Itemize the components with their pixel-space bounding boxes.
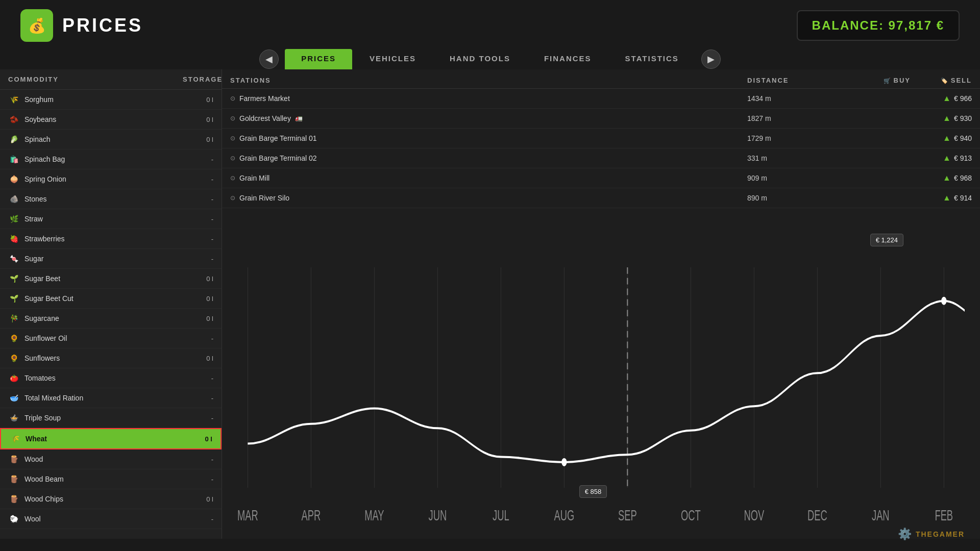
table-row[interactable]: ⊙Grain Barge Terminal 011729 m▲€ 940 <box>222 129 980 148</box>
nav-tab-finances[interactable]: FINANCES <box>528 49 608 69</box>
chart-section: MARAPRMAYJUNJULAUGSEPOCTNOVDECJANFEB € 8… <box>222 208 980 539</box>
commodity-storage: - <box>193 456 213 463</box>
nav-tabs: PRICESVEHICLESHAND TOOLSFINANCESSTATISTI… <box>285 49 695 69</box>
commodity-icon: 🍬 <box>8 253 19 264</box>
commodity-name: Wood <box>24 455 193 463</box>
nav-prev-button[interactable]: ◀ <box>259 49 279 69</box>
col-commodity: COMMODITY <box>8 76 183 83</box>
commodity-storage: - <box>193 475 213 483</box>
list-item[interactable]: 🐑Wool- <box>0 509 222 529</box>
list-item[interactable]: 🌱Sugar Beet0 l <box>0 269 222 289</box>
nav-tab-hand-tools[interactable]: HAND TOOLS <box>433 49 527 69</box>
commodity-name: Wood Beam <box>24 475 193 483</box>
list-item[interactable]: 🪵Wood- <box>0 449 222 469</box>
commodity-name: Spring Onion <box>24 175 193 183</box>
list-item[interactable]: 🥬Spinach0 l <box>0 130 222 149</box>
list-item[interactable]: 🍓Strawberries- <box>0 229 222 249</box>
list-item[interactable]: 🌱Sugar Beet Cut0 l <box>0 289 222 309</box>
stations-header: STATIONS DISTANCE 🛒BUY 🏷️SELL <box>222 69 980 89</box>
station-nav-icon: ⊙ <box>230 135 235 142</box>
svg-text:JAN: JAN <box>872 507 890 523</box>
price-chart-svg: MARAPRMAYJUNJULAUGSEPOCTNOVDECJANFEB <box>237 218 965 529</box>
station-nav-icon: ⊙ <box>230 115 235 122</box>
list-item[interactable]: 🌾Sorghum0 l <box>0 90 222 110</box>
commodity-name: Strawberries <box>24 235 193 243</box>
station-sell-price: € 940 <box>954 134 972 142</box>
commodity-storage: - <box>193 215 213 223</box>
commodity-icon: 🎋 <box>8 313 19 324</box>
station-sell-cell: ▲€ 914 <box>911 193 972 203</box>
station-distance: 909 m <box>747 174 849 182</box>
station-name: ⊙Farmers Market <box>230 94 747 103</box>
nav-next-button[interactable]: ▶ <box>701 49 721 69</box>
commodity-storage: - <box>193 176 213 183</box>
commodity-name: Wheat <box>26 435 192 443</box>
list-item[interactable]: 🛍️Spinach Bag- <box>0 149 222 169</box>
table-row[interactable]: ⊙Grain Mill909 m▲€ 968 <box>222 168 980 188</box>
commodity-name: Total Mixed Ration <box>24 394 193 402</box>
table-row[interactable]: ⊙Grain River Silo890 m▲€ 914 <box>222 188 980 208</box>
station-nav-icon: ⊙ <box>230 174 235 182</box>
table-row[interactable]: ⊙Grain Barge Terminal 02331 m▲€ 913 <box>222 148 980 168</box>
commodity-storage: - <box>193 374 213 382</box>
commodity-storage: - <box>193 335 213 342</box>
svg-text:FEB: FEB <box>935 507 953 523</box>
commodity-icon: 🪵 <box>8 454 19 465</box>
nav-tab-vehicles[interactable]: VEHICLES <box>353 49 432 69</box>
commodity-table-header: COMMODITY STORAGE <box>0 69 222 90</box>
commodity-icon: 🛍️ <box>8 154 19 165</box>
list-item[interactable]: 🌿Straw- <box>0 209 222 229</box>
page-title: PRICES <box>62 15 143 36</box>
price-up-icon: ▲ <box>943 134 951 143</box>
commodity-storage: 0 l <box>193 275 213 283</box>
list-item[interactable]: 🍅Tomatoes- <box>0 368 222 388</box>
list-item[interactable]: 🥣Total Mixed Ration- <box>0 388 222 408</box>
table-row[interactable]: ⊙Goldcrest Valley🚛1827 m▲€ 930 <box>222 109 980 129</box>
logo-area: 💰 PRICES <box>20 9 143 42</box>
svg-text:OCT: OCT <box>681 507 701 523</box>
station-distance: 1827 m <box>747 114 849 122</box>
commodity-storage: - <box>193 414 213 422</box>
watermark: ⚙️ THEGAMER <box>898 528 965 541</box>
station-nav-icon: ⊙ <box>230 194 235 202</box>
svg-text:JUN: JUN <box>429 507 447 523</box>
svg-text:APR: APR <box>302 507 321 523</box>
commodity-icon: 🍲 <box>8 412 19 423</box>
commodity-name: Triple Soup <box>24 414 193 422</box>
commodity-icon: 🍓 <box>8 233 19 244</box>
list-item[interactable]: 🪵Wood Chips0 l <box>0 489 222 509</box>
col-storage: STORAGE <box>183 76 213 83</box>
station-name-text: Grain Barge Terminal 01 <box>239 134 316 142</box>
commodity-panel: COMMODITY STORAGE 🌾Sorghum0 l🫘Soybeans0 … <box>0 69 222 539</box>
station-distance: 1729 m <box>747 134 849 142</box>
list-item[interactable]: 🌻Sunflower Oil- <box>0 329 222 348</box>
commodity-icon: 🪨 <box>8 193 19 205</box>
list-item[interactable]: 🫘Soybeans0 l <box>0 110 222 130</box>
list-item[interactable]: 🪨Stones- <box>0 189 222 209</box>
svg-point-25 <box>561 458 567 466</box>
commodity-name: Tomatoes <box>24 374 193 382</box>
main-content: COMMODITY STORAGE 🌾Sorghum0 l🫘Soybeans0 … <box>0 69 980 539</box>
commodity-name: Spinach Bag <box>24 155 193 163</box>
nav-tab-statistics[interactable]: STATISTICS <box>609 49 695 69</box>
list-item[interactable]: 🎋Sugarcane0 l <box>0 309 222 329</box>
station-rows-container: ⊙Farmers Market1434 m▲€ 966⊙Goldcrest Va… <box>222 89 980 208</box>
list-item[interactable]: 🍲Triple Soup- <box>0 408 222 428</box>
commodity-icon: 🌾 <box>8 94 19 105</box>
commodity-name: Spinach <box>24 135 193 143</box>
station-sell-cell: ▲€ 930 <box>911 114 972 123</box>
list-item[interactable]: 🧅Spring Onion- <box>0 169 222 189</box>
nav-tab-prices[interactable]: PRICES <box>285 49 352 69</box>
list-item[interactable]: 🪵Wood Beam- <box>0 469 222 489</box>
commodity-storage: - <box>193 156 213 163</box>
list-item[interactable]: 🌾Wheat0 l <box>0 428 222 449</box>
table-row[interactable]: ⊙Farmers Market1434 m▲€ 966 <box>222 89 980 109</box>
chart-container: MARAPRMAYJUNJULAUGSEPOCTNOVDECJANFEB € 8… <box>237 218 965 529</box>
station-name: ⊙Grain Barge Terminal 01 <box>230 134 747 142</box>
list-item[interactable]: 🍬Sugar- <box>0 249 222 269</box>
station-name-text: Grain River Silo <box>239 194 289 202</box>
station-sell-cell: ▲€ 966 <box>911 94 972 103</box>
station-name: ⊙Goldcrest Valley🚛 <box>230 114 747 122</box>
svg-text:MAR: MAR <box>237 507 258 523</box>
list-item[interactable]: 🌻Sunflowers0 l <box>0 348 222 368</box>
